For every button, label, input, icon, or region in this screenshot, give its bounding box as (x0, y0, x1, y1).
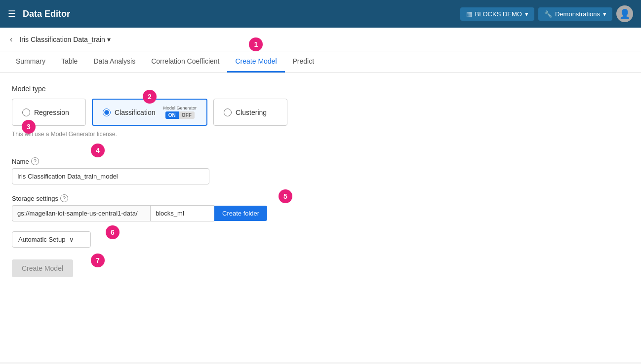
step-badge-5: 5 (279, 189, 292, 203)
storage-label: Storage settings ? (12, 194, 629, 202)
demonstrations-label: Demonstrations (555, 10, 600, 18)
license-note: 3 This will use a Model Generator licens… (12, 131, 117, 138)
step-badge-2: 2 (143, 90, 157, 104)
toggle-on-label: ON (165, 111, 179, 119)
regression-radio[interactable] (22, 109, 30, 116)
storage-prefix-display: gs://magellan-iot-sample-us-central1-dat… (12, 205, 150, 221)
step-badge-4: 4 (91, 144, 105, 157)
tab-table[interactable]: Table (53, 51, 85, 73)
header-right: ▦ BLOCKS DEMO ▾ 🔧 Demonstrations ▾ 👤 (460, 5, 633, 22)
classification-radio[interactable] (103, 109, 111, 116)
step-badge-1: 1 (249, 37, 263, 51)
blocks-demo-button[interactable]: ▦ BLOCKS DEMO ▾ (460, 7, 534, 21)
regression-label: Regression (34, 109, 69, 116)
dataset-dropdown-icon[interactable]: ▾ (107, 36, 111, 43)
avatar-icon: 👤 (619, 8, 630, 19)
avatar[interactable]: 👤 (616, 5, 633, 22)
storage-row: gs://magellan-iot-sample-us-central1-dat… (12, 205, 629, 221)
main-content: Model type Regression 2 Classification M… (0, 73, 641, 362)
classification-label: Classification (115, 109, 155, 116)
menu-icon[interactable]: ☰ (8, 8, 16, 19)
setup-chevron-icon: ∨ (69, 236, 74, 243)
dataset-name: Iris Classification Data_train ▾ (19, 36, 111, 43)
demonstrations-button[interactable]: 🔧 Demonstrations ▾ (538, 7, 612, 21)
classification-option[interactable]: 2 Classification Model Generator ON OFF (92, 99, 207, 126)
storage-section: 5 Storage settings ? gs://magellan-iot-s… (12, 194, 629, 221)
sub-header: ‹ Iris Classification Data_train ▾ (0, 28, 641, 51)
demonstrations-chevron-icon: ▾ (603, 10, 606, 18)
tab-create-model[interactable]: 1 Create Model (227, 51, 284, 73)
blocks-demo-label: BLOCKS DEMO (475, 10, 522, 18)
step-badge-3: 3 (22, 120, 36, 134)
tab-predict[interactable]: Predict (285, 51, 322, 73)
app-title: Data Editor (23, 9, 70, 19)
setup-section: 6 Automatic Setup ∨ (12, 231, 629, 248)
tab-summary[interactable]: Summary (8, 51, 53, 73)
setup-label: Automatic Setup (18, 236, 65, 243)
create-model-section: 7 Create Model (12, 259, 73, 277)
create-model-button[interactable]: Create Model (12, 259, 73, 277)
wrench-icon: 🔧 (544, 10, 552, 18)
storage-help-icon[interactable]: ? (60, 194, 68, 202)
clustering-option[interactable]: Clustering (213, 99, 287, 126)
step-badge-7: 7 (91, 254, 105, 267)
name-label: Name ? (12, 157, 629, 165)
toggle-switch[interactable]: ON OFF (165, 111, 195, 119)
model-generator-label: Model Generator (163, 106, 197, 110)
model-type-options: Regression 2 Classification Model Genera… (12, 99, 629, 126)
step-badge-6: 6 (106, 225, 120, 239)
grid-icon: ▦ (466, 10, 472, 18)
clustering-radio[interactable] (224, 109, 232, 116)
setup-dropdown[interactable]: Automatic Setup ∨ (12, 231, 91, 248)
storage-suffix-input[interactable] (150, 205, 214, 221)
header: ☰ Data Editor ▦ BLOCKS DEMO ▾ 🔧 Demonstr… (0, 0, 641, 28)
model-generator-toggle[interactable]: Model Generator ON OFF (163, 106, 197, 119)
blocks-demo-chevron-icon: ▾ (525, 10, 528, 18)
name-section: 4 Name ? (12, 157, 629, 184)
toggle-off-label: OFF (179, 111, 195, 119)
tabs-bar: Summary Table Data Analysis Correlation … (0, 51, 641, 73)
create-folder-button[interactable]: Create folder (214, 206, 267, 221)
name-input[interactable] (12, 168, 209, 184)
model-type-label: Model type (12, 85, 629, 93)
name-help-icon[interactable]: ? (31, 157, 39, 165)
model-type-section: Model type Regression 2 Classification M… (12, 85, 629, 147)
header-left: ☰ Data Editor (8, 8, 70, 19)
tab-data-analysis[interactable]: Data Analysis (85, 51, 143, 73)
back-button[interactable]: ‹ (8, 33, 14, 46)
tab-correlation-coefficient[interactable]: Correlation Coefficient (143, 51, 227, 73)
clustering-label: Clustering (236, 109, 267, 116)
